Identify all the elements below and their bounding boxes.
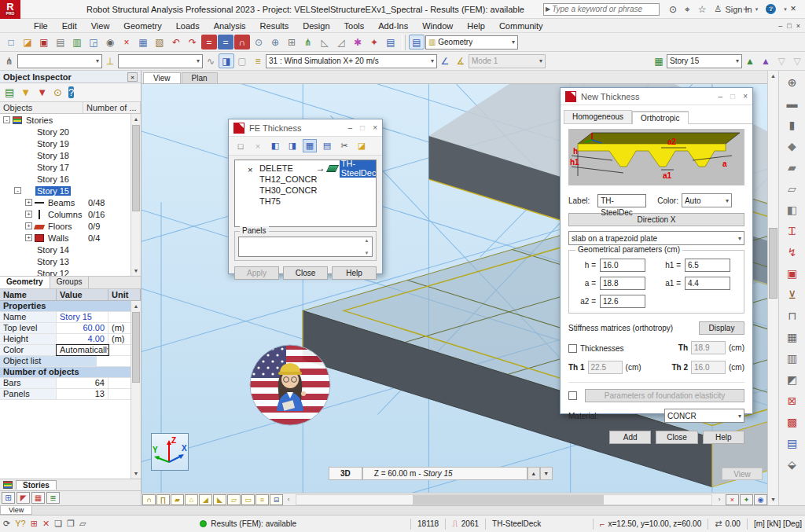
view-list-icon[interactable]: ▦ xyxy=(303,139,317,152)
color-combo[interactable]: Auto▾ xyxy=(682,193,732,207)
properties-scrollbar[interactable]: ▲ ▼ xyxy=(130,301,141,479)
menu-item[interactable]: Help xyxy=(460,21,492,31)
property-row[interactable]: Height 4.00 (m) xyxy=(0,334,141,345)
story-combo[interactable]: Story 15▾ xyxy=(667,54,742,68)
stories-tab[interactable]: Stories xyxy=(16,480,57,490)
panels-red-icon[interactable]: ◤ xyxy=(17,492,30,504)
paste-icon[interactable]: ▧ xyxy=(152,35,167,50)
viewport-vertical-scrollbar[interactable]: ▲ ▼ xyxy=(767,71,778,505)
layers-icon[interactable]: ≣ xyxy=(46,492,60,504)
window-cascade-icon[interactable]: ❏ xyxy=(54,519,62,529)
layout-selector-icon[interactable]: ▤ xyxy=(409,35,425,50)
geometry-input[interactable]: 4.4 xyxy=(685,277,730,290)
selection-flow-icon[interactable]: ⋔ xyxy=(300,35,316,50)
minimize-button[interactable]: – xyxy=(734,0,758,18)
story-up-button[interactable]: ▲ xyxy=(527,467,540,480)
tree-row[interactable]: Story 16 xyxy=(0,173,141,185)
window-tile-icon[interactable]: ❐ xyxy=(67,519,75,529)
viewport-tab[interactable]: View xyxy=(143,72,181,83)
open-project-icon[interactable]: ◪ xyxy=(20,35,35,50)
results-status[interactable]: Results (FEM): available xyxy=(200,519,296,528)
menu-item[interactable]: Geometry xyxy=(116,21,168,31)
maximize-button[interactable]: □ xyxy=(758,0,781,18)
document-minimize-button[interactable]: – xyxy=(778,22,782,30)
inspector-tab[interactable]: Groups xyxy=(50,277,90,288)
bars-count[interactable]: ⎍ 2061 xyxy=(452,519,479,529)
copy-icon[interactable]: ▦ xyxy=(135,35,151,50)
load-emitter-icon[interactable]: ⬙ xyxy=(782,454,803,475)
foundation-elasticity-button[interactable]: Parameters of foundation elasticity xyxy=(585,389,744,402)
inspector-column-headers[interactable]: Objects Number of ... xyxy=(0,102,141,114)
property-row[interactable]: Color Automatically xyxy=(0,345,141,356)
layout-panel-icon[interactable]: ▤ xyxy=(383,35,399,50)
search-icon[interactable]: ⊙ xyxy=(53,86,62,98)
property-row[interactable]: Object list xyxy=(0,356,141,367)
tree-row[interactable]: Story 18 xyxy=(0,149,141,161)
window-3d-icon[interactable]: ▱ xyxy=(79,519,86,529)
thicknesses-checkbox[interactable]: Thicknesses xyxy=(568,343,624,353)
columns-icon[interactable]: ▮ xyxy=(782,115,803,135)
offsets-icon[interactable]: ▣ xyxy=(782,263,803,284)
story-query-icon[interactable]: ▲ xyxy=(758,53,774,68)
snap-settings-icon[interactable]: ⟳ xyxy=(3,519,10,529)
slab-type-combo[interactable]: slab on a trapezoid plate▾ xyxy=(568,231,744,245)
new-project-icon[interactable]: □ xyxy=(3,35,19,50)
close-button[interactable]: × xyxy=(781,0,805,18)
print-icon[interactable]: ▤ xyxy=(53,35,68,50)
menu-item[interactable]: Design xyxy=(296,21,336,31)
menu-item[interactable]: Analysis xyxy=(207,21,253,31)
bar-selection-combo[interactable]: ▾ xyxy=(17,54,102,68)
tree-row[interactable]: + Walls 0/4 xyxy=(0,232,141,244)
claddings-icon[interactable]: ▱ xyxy=(782,178,803,199)
grid-definition-icon[interactable]: ▩ xyxy=(782,412,803,432)
thickness-display-icon[interactable]: ▭ xyxy=(241,494,255,505)
nt-close-button[interactable]: × xyxy=(743,92,748,101)
tree-expander-icon[interactable]: + xyxy=(25,199,32,206)
view-window-tab[interactable]: View xyxy=(0,506,32,515)
stories-display-icon[interactable]: ▤ xyxy=(5,86,14,98)
delete-icon[interactable]: × xyxy=(119,35,134,50)
story-down-button[interactable]: ▼ xyxy=(540,467,553,480)
support-selection-icon[interactable]: ⊥ xyxy=(102,53,118,68)
story-next-icon[interactable]: ▽ xyxy=(789,53,805,68)
screen-capture-icon[interactable]: ◲ xyxy=(86,35,101,50)
search-input[interactable] xyxy=(552,5,652,13)
query-icon[interactable]: ∿ xyxy=(203,53,219,68)
tree-row[interactable]: - Stories xyxy=(0,114,141,126)
bar-selection-icon[interactable]: ⋔ xyxy=(2,53,17,68)
numbers-display-icon[interactable]: ≡ xyxy=(255,494,269,505)
view-rotate-icon[interactable]: ⊕ xyxy=(782,72,803,93)
results-lock-icon[interactable]: ∩ xyxy=(234,35,250,50)
add-button[interactable]: Add xyxy=(609,431,651,444)
section-shape-icon[interactable]: ▰ xyxy=(171,494,184,505)
new-thickness-icon[interactable]: □ xyxy=(233,139,248,152)
th-input[interactable]: 18.9 xyxy=(691,341,726,354)
property-row[interactable]: Bars 64 xyxy=(0,378,141,389)
menu-item[interactable]: Results xyxy=(253,21,296,31)
tables-red-icon[interactable]: ▦ xyxy=(31,492,45,504)
redo-icon[interactable]: ↷ xyxy=(185,35,200,50)
panels-display-icon[interactable]: ▱ xyxy=(227,494,241,505)
favorites-star-icon[interactable]: ☆ xyxy=(698,4,707,15)
property-row[interactable]: Number of objects xyxy=(0,367,141,378)
document-close-button[interactable]: × xyxy=(796,22,800,30)
label-input[interactable]: TH-SteelDec xyxy=(597,194,646,207)
attributes-display-icon[interactable]: ⊟ xyxy=(270,494,283,505)
geometry-input[interactable]: 16.0 xyxy=(600,259,645,272)
nt-minimize-button[interactable]: – xyxy=(719,92,723,101)
view-small-icons-icon[interactable]: ◧ xyxy=(268,139,282,152)
menu-item[interactable]: Community xyxy=(492,21,550,31)
node-symbols-icon[interactable]: ∩ xyxy=(142,494,156,505)
releases-icon[interactable]: ⊻ xyxy=(782,284,803,305)
document-restore-button[interactable]: □ xyxy=(787,22,791,30)
tree-row[interactable]: Story 13 xyxy=(0,255,141,267)
save-icon[interactable]: ▣ xyxy=(36,35,52,50)
sections-icon[interactable]: Ɪ xyxy=(782,221,803,241)
undo-icon[interactable]: ↶ xyxy=(168,35,184,50)
property-row[interactable]: Top level 60.00 (m) xyxy=(0,323,141,334)
tree-row[interactable]: + Floors 0/9 xyxy=(0,220,141,232)
foundation-checkbox[interactable] xyxy=(568,391,577,400)
load-case-combo[interactable]: 31 : Wind Simulation X+ 20 m/s▾ xyxy=(266,54,437,68)
zoom-icon[interactable]: ⊙ xyxy=(251,35,266,50)
pan-view-icon[interactable]: ✦ xyxy=(740,494,753,505)
